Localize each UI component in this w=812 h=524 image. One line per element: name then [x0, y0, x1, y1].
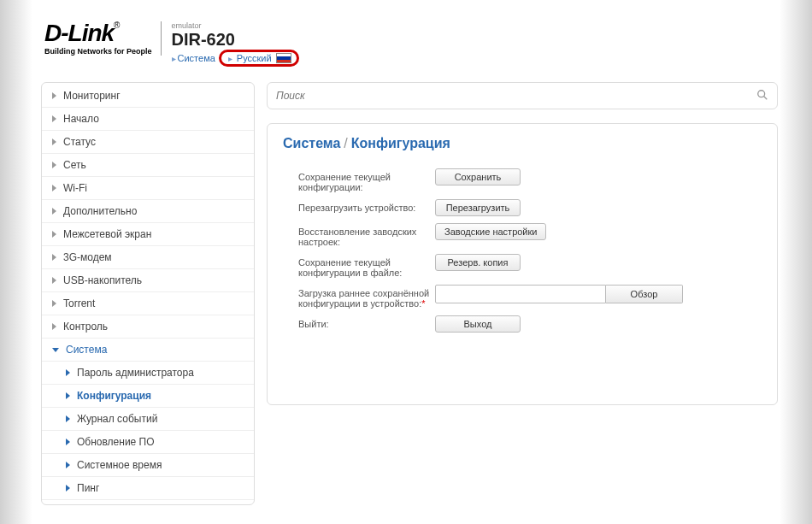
chevron-right-icon — [66, 462, 70, 468]
chevron-down-icon — [52, 348, 59, 352]
chevron-right-icon — [52, 300, 56, 307]
chevron-right-icon — [52, 277, 56, 284]
header: D-Link® Building Networks for People emu… — [41, 21, 778, 67]
sidebar-sub-event-log[interactable]: Журнал событий — [42, 408, 254, 431]
sidebar-item-label: Контроль — [63, 321, 108, 333]
main: Система/Конфигурация Сохранение текущей … — [267, 82, 778, 505]
sidebar-item-label: Конфигурация — [77, 390, 151, 402]
backup-button[interactable]: Резерв. копия — [435, 254, 521, 271]
language-label: Русский — [237, 53, 272, 63]
logo-tagline: Building Networks for People — [44, 47, 152, 56]
model-block: emulator DIR-620 ▸ Система ▸ Русский — [172, 21, 299, 67]
sidebar-item-start[interactable]: Начало — [42, 108, 254, 131]
chevron-right-icon — [52, 323, 56, 330]
sidebar-item-label: Начало — [63, 113, 99, 125]
sidebar-sub-admin-password[interactable]: Пароль администратора — [42, 362, 254, 385]
sidebar-item-label: Wi-Fi — [63, 182, 87, 194]
logo-reg: ® — [114, 21, 119, 30]
search-input[interactable] — [276, 90, 756, 102]
sidebar-item-label: Дополнительно — [63, 205, 137, 217]
page-title: Система/Конфигурация — [283, 136, 762, 151]
chevron-right-icon — [52, 138, 56, 145]
sidebar-item-control[interactable]: Контроль — [42, 315, 254, 339]
chevron-right-icon: ▸ — [228, 54, 232, 63]
sidebar-item-label: Обновление ПО — [77, 436, 155, 448]
emulator-label: emulator — [172, 21, 299, 30]
language-selector[interactable]: ▸ Русский — [219, 50, 299, 67]
sidebar-item-firewall[interactable]: Межсетевой экран — [42, 223, 254, 246]
restore-file-input[interactable] — [435, 285, 606, 303]
logout-button[interactable]: Выход — [435, 315, 521, 333]
chevron-right-icon — [52, 115, 56, 122]
sidebar-item-label: Система — [66, 344, 107, 356]
logo: D-Link® Building Networks for People — [44, 21, 162, 56]
sidebar-item-wifi[interactable]: Wi-Fi — [42, 177, 254, 200]
breadcrumb: ▸ Система ▸ Русский — [172, 50, 299, 67]
sidebar-item-label: Пароль администратора — [77, 367, 194, 379]
sidebar-item-monitoring[interactable]: Мониторинг — [42, 85, 254, 108]
save-button[interactable]: Сохранить — [435, 168, 521, 185]
sidebar-item-system[interactable]: Система — [42, 339, 254, 362]
sidebar-item-usb[interactable]: USB-накопитель — [42, 269, 254, 292]
chevron-right-icon — [66, 415, 70, 422]
sidebar-item-label: Сеть — [63, 159, 86, 171]
sidebar-item-label: Системное время — [77, 459, 162, 471]
chevron-right-icon — [66, 392, 70, 399]
sidebar-sub-system-time[interactable]: Системное время — [42, 454, 254, 477]
content-panel: Система/Конфигурация Сохранение текущей … — [267, 123, 778, 405]
sidebar-item-label: Torrent — [63, 297, 95, 309]
sidebar-item-label: Журнал событий — [77, 413, 157, 425]
browse-button[interactable]: Обзор — [606, 285, 683, 303]
chevron-right-icon — [52, 162, 56, 168]
chevron-right-icon — [52, 92, 56, 99]
chevron-right-icon: ▸ — [172, 54, 176, 63]
backup-label: Сохранение текущей конфигурации в файле: — [298, 254, 435, 278]
sidebar-item-network[interactable]: Сеть — [42, 154, 254, 177]
sidebar-item-label: USB-накопитель — [63, 274, 142, 286]
search-icon[interactable] — [756, 89, 768, 103]
chevron-right-icon — [66, 485, 70, 492]
chevron-right-icon — [66, 369, 70, 376]
sidebar-item-advanced[interactable]: Дополнительно — [42, 200, 254, 223]
sidebar-sub-configuration[interactable]: Конфигурация — [42, 385, 254, 408]
chevron-right-icon — [52, 208, 56, 215]
sidebar-sub-firmware[interactable]: Обновление ПО — [42, 431, 254, 454]
chevron-right-icon — [52, 254, 56, 261]
reboot-label: Перезагрузить устройство: — [298, 199, 435, 213]
sidebar-item-label: Мониторинг — [63, 90, 121, 102]
logout-label: Выйти: — [298, 315, 435, 329]
breadcrumb-system[interactable]: Система — [178, 53, 215, 63]
restore-label: Загрузка раннее сохранённой конфигурации… — [298, 285, 435, 309]
ru-flag-icon — [276, 53, 291, 63]
chevron-right-icon — [52, 231, 56, 238]
factory-reset-button[interactable]: Заводские настройки — [435, 223, 546, 240]
chevron-right-icon — [52, 185, 56, 191]
sidebar: Мониторинг Начало Статус Сеть Wi-Fi Допо… — [41, 82, 255, 505]
sidebar-item-3g[interactable]: 3G-модем — [42, 246, 254, 269]
sidebar-sub-ping[interactable]: Пинг — [42, 477, 254, 500]
svg-point-0 — [758, 90, 765, 97]
sidebar-item-label: 3G-модем — [63, 251, 112, 263]
reboot-button[interactable]: Перезагрузить — [435, 199, 521, 216]
save-config-label: Сохранение текущей конфигурации: — [298, 168, 435, 192]
factory-reset-label: Восстановление заводских настроек: — [298, 223, 435, 247]
svg-line-1 — [764, 96, 768, 99]
sidebar-item-status[interactable]: Статус — [42, 131, 254, 154]
sidebar-item-label: Пинг — [77, 482, 99, 494]
chevron-right-icon — [66, 439, 70, 445]
sidebar-sub-traceroute[interactable]: Трассировка маршрута — [42, 500, 254, 505]
sidebar-item-label: Статус — [63, 136, 96, 148]
sidebar-item-label: Межсетевой экран — [63, 228, 151, 240]
model-name: DIR-620 — [172, 31, 299, 48]
search-box — [267, 82, 778, 109]
logo-brand: D-Link — [44, 20, 114, 46]
sidebar-item-torrent[interactable]: Torrent — [42, 292, 254, 315]
